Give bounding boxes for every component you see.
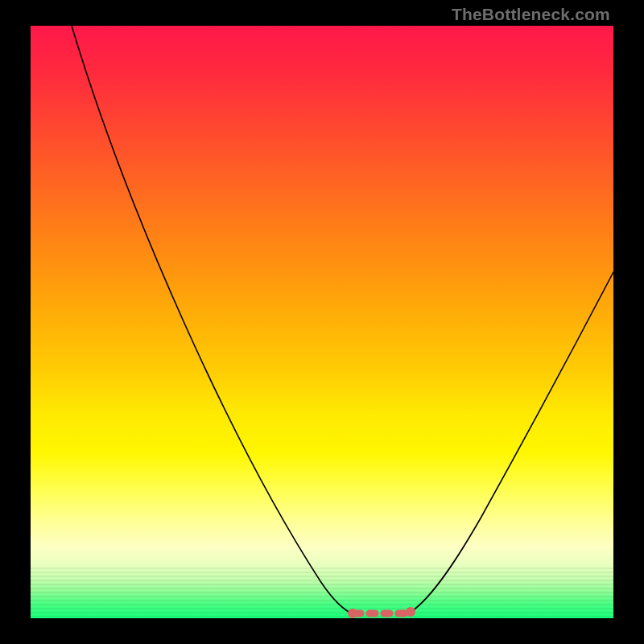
bottleneck-curve-right (406, 272, 613, 615)
curve-layer (31, 26, 613, 618)
optimal-range-start-dot (348, 609, 357, 618)
watermark-text: TheBottleneck.com (452, 5, 610, 24)
chart-frame: TheBottleneck.com (0, 0, 644, 644)
bottleneck-curve-left (72, 26, 359, 616)
plot-area (31, 26, 613, 618)
optimal-range-end-dot (406, 607, 415, 617)
